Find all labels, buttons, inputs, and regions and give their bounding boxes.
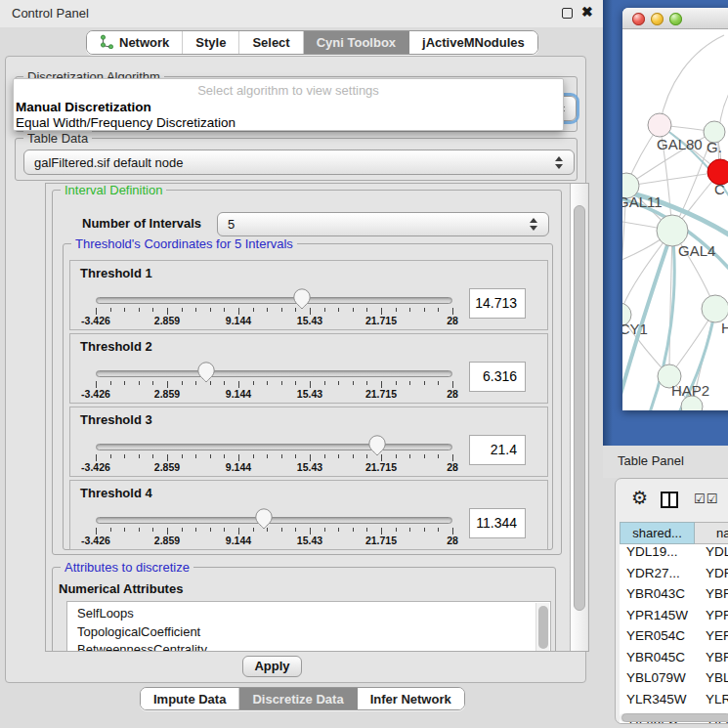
attribute-list-item[interactable]: TopologicalCoefficient	[67, 623, 550, 642]
slider-tick	[139, 308, 140, 312]
settings-vscrollbar-thumb[interactable]	[574, 205, 585, 611]
slider-tick	[353, 528, 354, 532]
cell-name: YBR0	[695, 586, 728, 608]
slider-tick	[424, 308, 425, 312]
slider-thumb[interactable]	[255, 508, 273, 534]
minimize-traffic-light-icon[interactable]	[651, 13, 664, 25]
tab-network[interactable]: Network	[87, 31, 182, 54]
thresholds-group-title: Threshold's Coordinates for 5 Intervals	[71, 236, 297, 251]
tab-discretize-data[interactable]: Discretize Data	[238, 688, 356, 709]
slider-tick	[110, 528, 111, 532]
slider-tick	[381, 381, 382, 388]
slider-tick-label: -3.426	[64, 388, 127, 400]
threshold-value-field[interactable]: 14.713	[469, 288, 526, 319]
tab-infer-network[interactable]: Infer Network	[357, 688, 464, 709]
slider-tick	[324, 528, 325, 532]
slider-tick	[139, 528, 140, 532]
network-node-h[interactable]	[702, 295, 728, 322]
slider-tick-label: 21.715	[350, 535, 412, 546]
slider-track[interactable]	[96, 370, 452, 377]
slider-tick	[152, 454, 153, 458]
slider-track[interactable]	[96, 517, 452, 524]
network-window-titlebar	[622, 8, 728, 29]
network-canvas[interactable]: GAL80G.CGAL11GAL4GCY1HHAP2	[622, 29, 728, 410]
tab-jactivemnodules[interactable]: jActiveMNodules	[408, 31, 537, 54]
slider-tick-label: 9.144	[207, 461, 270, 473]
threshold-3-box: Threshold 3-3.4262.8599.14415.4321.71528…	[69, 407, 548, 477]
network-node-gal80[interactable]	[648, 113, 671, 137]
table-data-title: Table Data	[23, 131, 92, 146]
slider-tick	[424, 528, 425, 532]
table-hscrollbar[interactable]	[620, 713, 728, 722]
checkbox-icons[interactable]: ☑☑	[694, 492, 718, 506]
tab-label: Impute Data	[153, 692, 226, 707]
table-row[interactable]: YPR145WYPR1	[620, 608, 728, 629]
table-row[interactable]: YDL19...YDL1	[620, 544, 728, 566]
column-header-shared-name[interactable]: shared...	[620, 522, 695, 544]
slider-thumb[interactable]	[293, 288, 311, 314]
slider-tick	[124, 381, 125, 385]
table-row[interactable]: YLR345WYLR3	[620, 692, 728, 713]
number-of-intervals-combobox[interactable]: 5	[217, 212, 549, 236]
slider-tick	[167, 308, 168, 315]
numerical-attributes-label: Numerical Attributes	[59, 581, 183, 596]
slider-tick	[409, 454, 410, 458]
slider-tick-label: 21.715	[350, 388, 412, 400]
table-row[interactable]: YBR043CYBR0	[620, 586, 728, 608]
table-row[interactable]: YBR045CYBR0	[620, 650, 728, 671]
slider-thumb[interactable]	[197, 362, 215, 387]
numerical-attributes-list[interactable]: SelfLoopsTopologicalCoefficientBetweenne…	[66, 601, 551, 652]
network-node-label: G.	[707, 139, 722, 155]
tab-cyni-toolbox[interactable]: Cyni Toolbox	[303, 31, 408, 54]
slider-tick	[438, 381, 439, 385]
threshold-value-field[interactable]: 11.344	[469, 508, 526, 538]
interval-definition-group: Interval Definition Number of Intervals …	[52, 190, 562, 555]
popup-option-equal-width[interactable]: Equal Width/Frequency Discretization	[16, 115, 236, 130]
slider-tick	[167, 381, 168, 388]
attribute-list-item[interactable]: SelfLoops	[67, 602, 550, 623]
column-layout-icon[interactable]	[661, 492, 678, 508]
slider-tick	[195, 308, 196, 312]
tab-impute-data[interactable]: Impute Data	[141, 688, 238, 709]
apply-button[interactable]: Apply	[242, 656, 302, 677]
close-icon[interactable]: ✖	[581, 4, 593, 20]
table-data-group: Table Data galFiltered.sif default node	[15, 138, 578, 181]
slider-tick	[124, 308, 125, 312]
table-row[interactable]: YBL079WYBL0	[620, 670, 728, 692]
slider-tick	[110, 454, 111, 458]
float-window-icon[interactable]	[562, 8, 573, 19]
tab-label: Discretize Data	[252, 692, 343, 707]
tab-style[interactable]: Style	[182, 31, 238, 54]
table-row[interactable]: YDR27...YDR2	[620, 566, 728, 587]
table-row[interactable]: YER054CYER0	[620, 628, 728, 650]
table-data-combobox[interactable]: galFiltered.sif default node	[23, 150, 575, 175]
cell-name: YDR2	[695, 566, 728, 587]
slider-tick-label: 2.859	[136, 388, 198, 400]
interval-definition-title: Interval Definition	[61, 183, 166, 197]
gear-icon[interactable]: ⚙	[631, 487, 648, 509]
slider-tick	[438, 454, 439, 458]
table-hscrollbar-thumb[interactable]	[621, 713, 728, 722]
popup-option-manual-discretization[interactable]: Manual Discretization	[16, 100, 151, 114]
close-traffic-light-icon[interactable]	[632, 13, 645, 25]
threshold-value-field[interactable]: 6.316	[469, 362, 526, 392]
attribute-list-item[interactable]: BetweennessCentrality	[67, 641, 550, 652]
column-header-name[interactable]: name	[695, 522, 728, 544]
slider-tick	[409, 381, 410, 385]
threshold-value-field[interactable]: 21.4	[469, 435, 526, 465]
slider-thumb[interactable]	[368, 435, 386, 460]
slider-tick	[139, 454, 140, 458]
slider-tick	[310, 528, 311, 535]
zoom-traffic-light-icon[interactable]	[669, 13, 682, 25]
settings-scrollpane: Interval Definition Number of Intervals …	[45, 183, 589, 652]
list-scrollbar[interactable]	[535, 603, 549, 652]
settings-vscrollbar[interactable]	[570, 184, 587, 651]
tab-select[interactable]: Select	[238, 31, 302, 54]
slider-tick	[224, 454, 225, 458]
slider-track[interactable]	[96, 297, 452, 304]
slider-tick	[253, 528, 254, 532]
slider-tick-label: 9.144	[207, 535, 270, 546]
slider-track[interactable]	[96, 444, 452, 450]
slider-tick	[152, 308, 153, 312]
list-scrollbar-thumb[interactable]	[538, 606, 548, 649]
